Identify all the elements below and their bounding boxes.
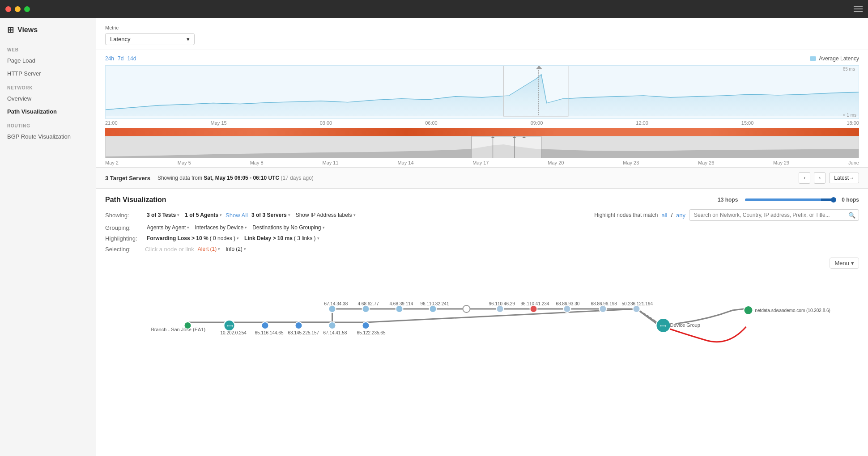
sidebar-item-bgp[interactable]: BGP Route Visualization (0, 130, 96, 143)
metric-value: Latency (110, 36, 131, 42)
y-label-bottom: < 1 ms (843, 113, 856, 118)
hamburger-menu[interactable] (854, 6, 863, 12)
legend-color (810, 56, 816, 61)
grouping-label: Grouping: (105, 224, 143, 231)
info-bar-right: ‹ › Latest→ (799, 172, 859, 184)
link-delay-dropdown[interactable]: Link Delay > 10 ms ( 3 links ) ▾ (243, 234, 321, 242)
agents-grouping-arrow: ▾ (187, 225, 189, 230)
agents-arrow: ▾ (220, 213, 222, 217)
dest-node[interactable] (744, 306, 753, 315)
legend-label: Average Latency (819, 55, 859, 62)
node-n3a[interactable] (329, 305, 336, 312)
time-btn-14d[interactable]: 14d (127, 55, 136, 62)
hops-bar (745, 198, 834, 201)
forwarding-loss-dropdown[interactable]: Forwarding Loss > 10 % ( 0 nodes ) ▾ (145, 234, 241, 242)
hops-bar-container (745, 198, 834, 201)
show-ip-arrow: ▾ (353, 213, 356, 217)
maximize-button[interactable] (24, 6, 30, 12)
mini-label-8: May 26 (698, 160, 714, 165)
mini-label-10: June (848, 160, 859, 165)
search-input[interactable] (689, 209, 859, 221)
show-ip-dropdown[interactable]: Show IP Address labels ▾ (294, 211, 357, 219)
menu-button[interactable]: Menu ▾ (830, 258, 859, 269)
next-nav-btn[interactable]: › (814, 172, 825, 184)
agents-grouping-dropdown[interactable]: Agents by Agent ▾ (145, 224, 191, 232)
node-n11[interactable] (600, 305, 607, 312)
node-n12-label: 50.236.121.194 (622, 301, 653, 306)
node-n11-label: 68.86.96.198 (591, 301, 617, 306)
node-n4a[interactable] (362, 305, 370, 312)
node-n3a-label: 67.14.34.38 (324, 301, 348, 306)
mini-label-0: May 2 (105, 160, 119, 165)
metric-section: Metric Latency ▾ (96, 18, 868, 50)
highlight-any-link[interactable]: any (676, 212, 685, 219)
agents-value: 1 of 5 Agents (185, 212, 218, 218)
mini-label-3: May 11 (322, 160, 338, 165)
alert-arrow: ▾ (218, 247, 220, 251)
node-n5[interactable] (396, 305, 403, 312)
highlighting-row: Highlighting: Forwarding Loss > 10 % ( 0… (105, 234, 859, 242)
alert-count: (1) (210, 246, 217, 252)
node-n10[interactable] (564, 305, 571, 312)
svg-rect-2 (504, 66, 568, 116)
mini-label-2: May 8 (250, 160, 264, 165)
node-n2[interactable] (295, 322, 302, 329)
node-n12[interactable] (633, 305, 640, 312)
info-bar: 3 Target Servers Showing data from Sat, … (96, 167, 868, 189)
hops-left-label: 13 hops (718, 197, 738, 203)
node-n8-label: 96.110.46.29 (489, 301, 515, 306)
agents-dropdown[interactable]: 1 of 5 Agents ▾ (183, 211, 224, 219)
branch-label: Branch - San Jose (EA1) (151, 327, 206, 332)
interfaces-grouping-dropdown[interactable]: Interfaces by Device ▾ (193, 224, 249, 232)
tests-dropdown[interactable]: 3 of 3 Tests ▾ (145, 211, 181, 219)
info-dropdown[interactable]: Info (2) ▾ (224, 245, 248, 253)
date-ago: (17 days ago) (281, 175, 313, 181)
node-n3b[interactable] (329, 322, 336, 329)
latest-btn[interactable]: Latest→ (829, 173, 859, 183)
sidebar-section-routing: ROUTING (0, 118, 96, 130)
node-n10-label: 68.86.93.30 (556, 301, 580, 306)
sidebar-item-page-load[interactable]: Page Load (0, 54, 96, 67)
destinations-grouping-dropdown[interactable]: Destinations by No Grouping ▾ (251, 224, 326, 232)
close-button[interactable] (5, 6, 11, 12)
main-chart[interactable]: 65 ms < 1 ms (105, 65, 859, 119)
time-btn-7d[interactable]: 7d (118, 55, 123, 62)
sidebar-section-network: NETWORK (0, 80, 96, 92)
search-icon[interactable]: 🔍 (848, 212, 855, 219)
path-viz-svg: Branch - San Jose (EA1) ⟺ 10.202.0.254 6… (105, 258, 859, 356)
metric-dropdown[interactable]: Latency ▾ (105, 33, 195, 45)
node-n4b[interactable] (362, 322, 370, 329)
prev-nav-btn[interactable]: ‹ (799, 172, 810, 184)
time-buttons: 24h 7d 14d (105, 55, 136, 62)
interfaces-grouping-value: Interfaces by Device (195, 224, 243, 231)
sidebar-item-path-viz[interactable]: Path Visualization (0, 105, 96, 118)
node-n6[interactable] (430, 305, 437, 312)
source-node[interactable] (184, 322, 191, 329)
mini-label-5: May 17 (472, 160, 489, 165)
show-all-link[interactable]: Show All (226, 212, 248, 219)
highlight-all-link[interactable]: all (661, 212, 667, 219)
mini-timeline[interactable] (105, 136, 859, 158)
sidebar-item-overview[interactable]: Overview (0, 92, 96, 105)
node-n9[interactable] (530, 305, 537, 312)
minimize-button[interactable] (15, 6, 21, 12)
node-n7[interactable] (463, 305, 470, 312)
node-n1[interactable] (262, 322, 269, 329)
time-label-1: May 15 (211, 120, 227, 126)
highlighting-label: Highlighting: (105, 235, 143, 242)
servers-value: 3 of 3 Servers (251, 212, 287, 218)
alert-label: Alert (198, 246, 209, 252)
node-n8[interactable] (497, 305, 504, 312)
time-btn-24h[interactable]: 24h (105, 55, 114, 62)
selecting-label: Selecting: (105, 246, 143, 253)
node-n4b-label: 65.122.235.65 (357, 330, 386, 335)
servers-dropdown[interactable]: 3 of 3 Servers ▾ (250, 211, 292, 219)
chart-y-labels: 65 ms < 1 ms (843, 66, 856, 118)
link-delay-value: Link Delay > 10 ms (244, 235, 293, 241)
alert-dropdown[interactable]: Alert (1) ▾ (196, 245, 222, 253)
time-label-7: 18:00 (847, 120, 859, 126)
tests-arrow: ▾ (177, 213, 179, 217)
sidebar-item-http-server[interactable]: HTTP Server (0, 67, 96, 80)
views-icon: ⊞ (7, 25, 14, 35)
showing-row: Showing: 3 of 3 Tests ▾ 1 of 5 Agents ▾ … (105, 209, 859, 221)
